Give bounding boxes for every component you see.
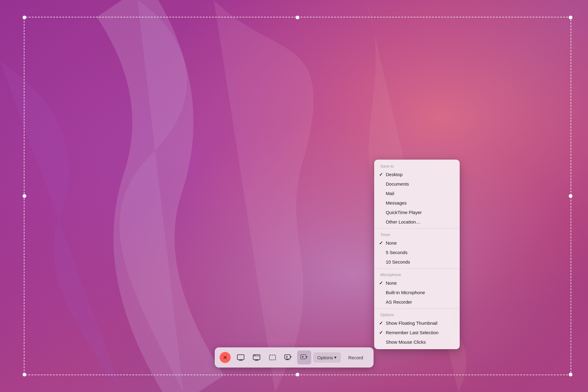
menu-item-remember-last-selection[interactable]: Remember Last Selection (374, 328, 460, 337)
record-selection-button[interactable] (297, 350, 311, 364)
separator-3 (374, 309, 460, 309)
menu-item-quicktime[interactable]: QuickTime Player (374, 208, 460, 217)
options-button[interactable]: Options ▾ (313, 352, 341, 363)
menu-item-timer-5s[interactable]: 5 Seconds (374, 248, 460, 257)
svg-rect-5 (238, 360, 243, 361)
options-section-header: Options (374, 311, 460, 318)
separator-1 (374, 228, 460, 229)
screen-container: Save to Desktop Documents Mail Messages … (0, 0, 588, 392)
options-chevron-icon: ▾ (334, 355, 337, 360)
record-button[interactable]: Record (343, 353, 368, 363)
screenshot-toolbar: Options ▾ Record (214, 347, 373, 368)
menu-item-other-location[interactable]: Other Location… (374, 217, 460, 227)
menu-item-timer-10s[interactable]: 10 Seconds (374, 257, 460, 267)
capture-selection-button[interactable] (265, 350, 279, 364)
separator-2 (374, 268, 460, 269)
capture-window-button[interactable] (249, 350, 263, 364)
capture-screen-button[interactable] (233, 350, 247, 364)
menu-item-mail[interactable]: Mail (374, 189, 460, 198)
menu-item-builtin-mic[interactable]: Built-in Microphone (374, 288, 460, 297)
wallpaper (0, 0, 588, 392)
menu-item-mic-none[interactable]: None (374, 278, 460, 288)
menu-item-messages[interactable]: Messages (374, 198, 460, 208)
record-screen-button[interactable] (281, 350, 295, 364)
svg-point-9 (255, 355, 255, 356)
menu-item-documents[interactable]: Documents (374, 179, 460, 189)
svg-rect-11 (254, 360, 258, 361)
capture-window-icon (252, 353, 261, 362)
record-label: Record (348, 355, 363, 360)
svg-point-18 (302, 356, 303, 358)
close-button[interactable] (219, 352, 230, 363)
menu-item-as-recorder[interactable]: AS Recorder (374, 297, 460, 307)
menu-item-desktop[interactable]: Desktop (374, 170, 460, 179)
record-screen-icon (284, 353, 292, 362)
options-dropdown-menu: Save to Desktop Documents Mail Messages … (374, 160, 460, 349)
microphone-header: Microphone (374, 271, 460, 278)
svg-rect-16 (285, 360, 289, 360)
record-selection-icon (300, 353, 308, 362)
options-label: Options (317, 355, 333, 360)
timer-header: Timer (374, 231, 460, 238)
menu-item-show-floating-thumbnail[interactable]: Show Floating Thumbnail (374, 318, 460, 328)
menu-item-show-mouse-clicks[interactable]: Show Mouse Clicks (374, 337, 460, 347)
svg-rect-12 (269, 355, 275, 360)
svg-rect-3 (237, 355, 244, 360)
save-to-header: Save to (374, 162, 460, 170)
svg-point-8 (254, 355, 254, 356)
menu-item-timer-none[interactable]: None (374, 238, 460, 248)
capture-selection-icon (268, 353, 276, 362)
capture-screen-icon (236, 353, 245, 362)
svg-point-14 (286, 356, 287, 358)
